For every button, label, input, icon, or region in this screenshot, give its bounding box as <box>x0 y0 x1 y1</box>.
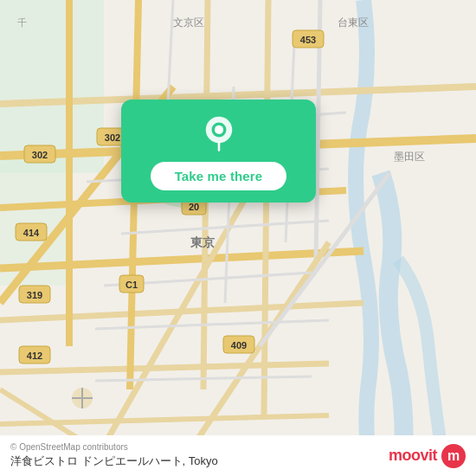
map-attribution: © OpenStreetMap contributors <box>10 442 218 452</box>
svg-text:20: 20 <box>189 202 199 212</box>
map-svg: 302 302 453 414 20 319 412 C1 409 文京区 台東… <box>0 0 476 476</box>
svg-text:302: 302 <box>32 150 48 160</box>
svg-line-8 <box>0 363 329 372</box>
place-name: 洋食ビストロ ドンピエールハート, Tokyo <box>10 453 218 469</box>
svg-point-57 <box>214 125 222 134</box>
location-pin-icon <box>200 115 238 153</box>
bottom-info: © OpenStreetMap contributors 洋食ビストロ ドンピエ… <box>10 442 218 469</box>
svg-text:東京: 東京 <box>190 235 215 249</box>
take-me-there-button[interactable]: Take me there <box>151 162 287 190</box>
svg-text:台東区: 台東区 <box>338 16 369 29</box>
svg-text:C1: C1 <box>125 280 138 290</box>
map-container[interactable]: 302 302 453 414 20 319 412 C1 409 文京区 台東… <box>0 0 476 476</box>
moovit-icon: m <box>441 444 466 468</box>
svg-text:453: 453 <box>300 35 316 45</box>
svg-text:409: 409 <box>231 340 247 351</box>
moovit-logo: moovit m <box>389 444 466 468</box>
svg-text:319: 319 <box>27 290 42 300</box>
svg-text:412: 412 <box>27 351 42 361</box>
svg-text:墨田区: 墨田区 <box>394 151 425 163</box>
svg-text:414: 414 <box>23 228 40 238</box>
popup-card: Take me there <box>121 100 316 203</box>
svg-line-13 <box>264 0 268 415</box>
moovit-brand-text: moovit <box>389 447 437 465</box>
moovit-m-letter: m <box>447 448 460 464</box>
svg-text:千: 千 <box>17 17 27 28</box>
svg-text:302: 302 <box>105 132 120 143</box>
svg-text:文京区: 文京区 <box>173 16 204 29</box>
bottom-bar: © OpenStreetMap contributors 洋食ビストロ ドンピエ… <box>0 435 476 476</box>
